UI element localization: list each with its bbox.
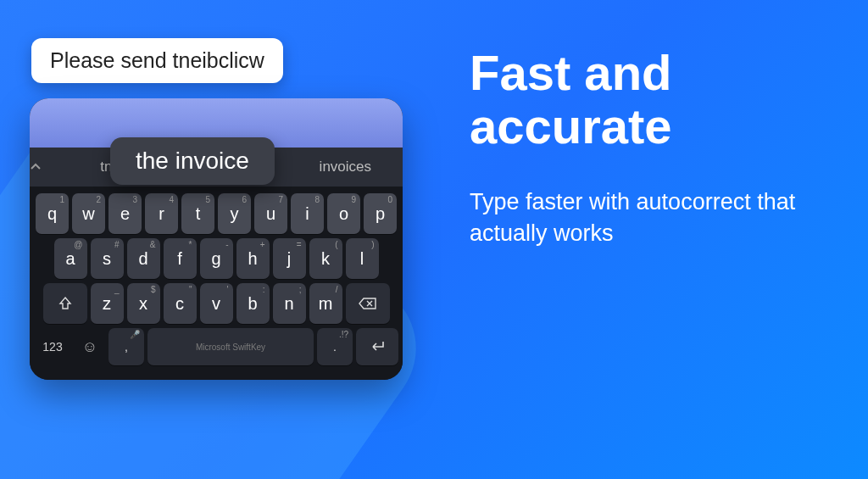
key-l[interactable]: )l	[346, 238, 379, 279]
key-m[interactable]: /m	[309, 283, 342, 324]
enter-icon	[369, 340, 386, 354]
key-c[interactable]: "c	[164, 283, 197, 324]
key-label: a	[65, 249, 75, 269]
key-label: e	[120, 204, 130, 224]
key-w[interactable]: 2w	[72, 193, 105, 234]
key-o[interactable]: 9o	[327, 193, 360, 234]
promo-title-line2: accurate	[470, 98, 672, 153]
key-row-1: 1q2w3e4r5t6y7u8i9o0p	[34, 193, 398, 234]
key-alt: -	[225, 240, 228, 249]
enter-key[interactable]	[356, 328, 398, 365]
key-label: j	[287, 249, 291, 269]
period-key[interactable]: .!? .	[317, 328, 353, 365]
key-label: l	[360, 249, 364, 269]
key-a[interactable]: @a	[54, 238, 87, 279]
key-alt: &	[150, 240, 156, 249]
key-alt: 5	[205, 195, 210, 204]
promo-title-line1: Fast and	[470, 45, 672, 100]
key-label: u	[266, 204, 275, 224]
key-g[interactable]: -g	[200, 238, 233, 279]
key-alt: :	[263, 285, 265, 294]
key-row-bottom: 123 ☺ 🎤, Microsoft SwiftKey .!? .	[34, 328, 398, 365]
key-label: q	[47, 204, 57, 224]
key-d[interactable]: &d	[127, 238, 160, 279]
key-label: i	[305, 204, 309, 224]
key-label: b	[248, 294, 257, 314]
promo-panel: Fast and accurate Type faster with autoc…	[470, 47, 809, 248]
key-alt: ;	[299, 285, 302, 294]
key-p[interactable]: 0p	[364, 193, 397, 234]
key-y[interactable]: 6y	[218, 193, 251, 234]
key-q[interactable]: 1q	[36, 193, 69, 234]
backspace-key[interactable]	[346, 283, 390, 324]
key-label: p	[376, 204, 385, 224]
keyboard: 1q2w3e4r5t6y7u8i9o0p @a#s&d*f-g+h=j(k)l …	[30, 187, 403, 380]
key-label: v	[212, 294, 220, 314]
key-s[interactable]: #s	[91, 238, 124, 279]
key-label: f	[177, 249, 182, 269]
key-alt: /	[336, 285, 338, 294]
key-f[interactable]: *f	[164, 238, 197, 279]
key-alt: "	[189, 285, 192, 294]
key-j[interactable]: =j	[273, 238, 306, 279]
key-alt: =	[297, 240, 302, 249]
key-n[interactable]: ;n	[273, 283, 306, 324]
key-alt: 2	[96, 195, 101, 204]
phone-keyboard-area: tneib the invoice invoices the invoice 1…	[30, 98, 403, 380]
backspace-icon	[359, 297, 377, 310]
emoji-key[interactable]: ☺	[75, 328, 105, 365]
key-row-2: @a#s&d*f-g+h=j(k)l	[34, 238, 398, 279]
key-r[interactable]: 4r	[145, 193, 178, 234]
key-x[interactable]: $x	[127, 283, 160, 324]
key-label: r	[159, 204, 164, 224]
key-alt: 1	[59, 195, 64, 204]
typed-text: Please send tneibclicw	[50, 48, 264, 72]
key-alt: 9	[351, 195, 356, 204]
key-alt: 7	[278, 195, 283, 204]
key-alt: $	[151, 285, 156, 294]
numeric-key[interactable]: 123	[34, 328, 71, 365]
mic-icon: 🎤	[130, 330, 140, 339]
key-label: g	[211, 249, 220, 269]
key-alt: 3	[132, 195, 137, 204]
key-alt: 0	[387, 195, 392, 204]
key-label: w	[82, 204, 94, 224]
key-alt: '	[227, 285, 229, 294]
key-label: h	[248, 249, 257, 269]
comma-key[interactable]: 🎤,	[108, 328, 144, 365]
key-i[interactable]: 8i	[291, 193, 324, 234]
period-label: .	[333, 340, 337, 354]
promo-title: Fast and accurate	[470, 47, 809, 153]
key-h[interactable]: +h	[236, 238, 270, 279]
key-k[interactable]: (k	[309, 238, 342, 279]
keyboard-mockup: Please send tneibclicw tneib the invoice…	[30, 38, 403, 380]
key-alt: 4	[169, 195, 174, 204]
space-key[interactable]: Microsoft SwiftKey	[147, 328, 314, 365]
key-alt: 8	[314, 195, 320, 204]
key-row-3: _z$x"c'v:b;n/m	[34, 283, 398, 324]
key-label: n	[284, 294, 293, 314]
suggestion-popup-text: the invoice	[136, 148, 249, 174]
promo-subtitle: Type faster with autocorrect that actual…	[470, 187, 809, 248]
key-alt: #	[114, 240, 120, 249]
chevron-up-icon[interactable]	[30, 161, 58, 173]
key-alt: @	[74, 240, 82, 249]
key-label: s	[103, 249, 111, 269]
key-t[interactable]: 5t	[181, 193, 214, 234]
suggestion-popup[interactable]: the invoice	[110, 137, 275, 185]
key-label: o	[339, 204, 348, 224]
key-label: t	[196, 204, 201, 224]
key-alt: *	[189, 240, 192, 249]
key-v[interactable]: 'v	[200, 283, 233, 324]
key-label: d	[138, 249, 147, 269]
key-label: k	[321, 249, 330, 269]
key-label: m	[319, 294, 333, 314]
key-u[interactable]: 7u	[254, 193, 287, 234]
key-b[interactable]: :b	[236, 283, 270, 324]
suggestion-right[interactable]: invoices	[288, 159, 403, 175]
key-z[interactable]: _z	[91, 283, 124, 324]
key-e[interactable]: 3e	[108, 193, 142, 234]
key-alt: 6	[242, 195, 247, 204]
key-label: c	[175, 294, 184, 314]
shift-key[interactable]	[43, 283, 87, 324]
